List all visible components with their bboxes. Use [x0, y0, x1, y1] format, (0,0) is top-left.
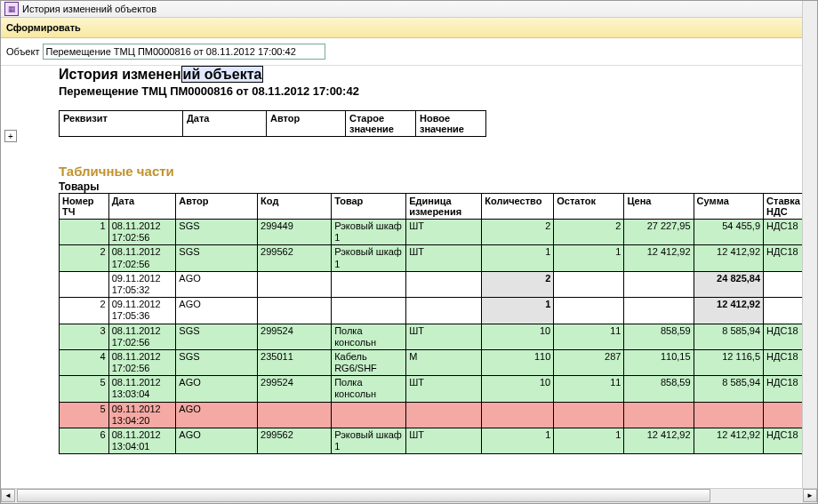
col-author: Автор [176, 194, 258, 220]
titlebar[interactable]: ▦ История изменений объектов [1, 1, 817, 18]
window-title: История изменений объектов [22, 4, 156, 14]
scroll-thumb[interactable] [17, 489, 710, 502]
object-label: Объект [6, 46, 39, 57]
col-code: Код [258, 194, 332, 220]
title-selection: ий объекта [181, 66, 264, 83]
table-row[interactable]: 09.11.2012 17:05:32AGO224 825,84 [60, 271, 814, 297]
report-content: История изменений объекта Перемещение ТМ… [59, 63, 814, 485]
scroll-left-button[interactable]: ◄ [1, 489, 15, 502]
table-row[interactable]: 509.11.2012 13:04:20AGO [60, 402, 814, 428]
col-sum: Сумма [694, 194, 763, 220]
col-qnt: Количество [482, 194, 554, 220]
table-row[interactable]: 308.11.2012 17:02:56SGS299524Полка консо… [60, 324, 814, 349]
object-input[interactable] [43, 44, 325, 60]
col-rest: Остаток [554, 194, 624, 220]
expand-icon[interactable]: + [4, 130, 17, 142]
col-rownum: Номер ТЧ [60, 194, 109, 220]
report-subtitle: Перемещение ТМЦ ПМ0000816 от 08.11.2012 … [59, 84, 814, 98]
col-date: Дата [108, 194, 176, 220]
hdr-col-author: Автор [267, 111, 346, 137]
tabular-title: Табличные части [59, 164, 814, 179]
col-price: Цена [624, 194, 694, 220]
hdr-col-date: Дата [183, 111, 267, 137]
object-row: Объект [1, 38, 817, 66]
vertical-scrollbar[interactable] [802, 1, 817, 488]
table-row[interactable]: 108.11.2012 17:02:56SGS299449Рэковый шка… [60, 220, 814, 245]
scroll-right-button[interactable]: ► [803, 489, 817, 502]
table-row[interactable]: 408.11.2012 17:02:56SGS235011Кабель RG6/… [60, 349, 814, 375]
report-title: История изменений объекта [59, 67, 814, 83]
data-table: Номер ТЧ Дата Автор Код Товар Единица из… [59, 193, 814, 454]
col-good: Товар [332, 194, 406, 220]
table-row[interactable]: 608.11.2012 13:04:01AGO299562Рэковый шка… [60, 428, 814, 454]
form-button[interactable]: Сформировать [6, 22, 81, 33]
hdr-col-requisite: Реквизит [60, 111, 183, 137]
hdr-col-newval: Новое значение [416, 111, 486, 137]
app-icon: ▦ [4, 2, 19, 16]
horizontal-scrollbar[interactable]: ◄ ► [1, 488, 817, 503]
table-row[interactable]: 508.11.2012 13:03:04AGO299524Полка консо… [60, 376, 814, 402]
toolbar: Сформировать [1, 18, 817, 38]
col-unit: Единица измерения [406, 194, 482, 220]
header-table: Реквизит Дата Автор Старое значение Ново… [59, 110, 486, 137]
tabular-subtitle: Товары [59, 180, 814, 193]
table-row[interactable]: 209.11.2012 17:05:36AGO112 412,92 [60, 298, 814, 324]
hdr-col-oldval: Старое значение [346, 111, 416, 137]
table-row[interactable]: 208.11.2012 17:02:56SGS299562Рэковый шка… [60, 245, 814, 271]
